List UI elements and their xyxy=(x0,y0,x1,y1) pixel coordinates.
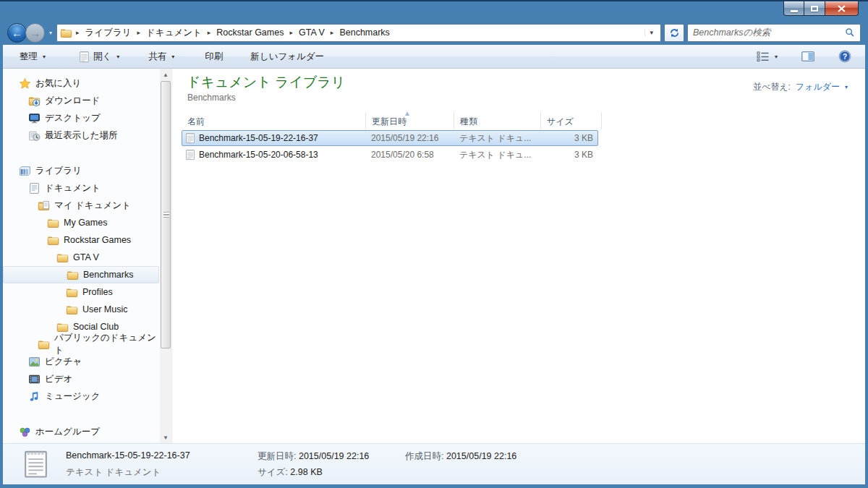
file-list-area: ドキュメント ライブラリ Benchmarks 並べ替え: フォルダー ▾ 名前… xyxy=(172,69,865,443)
file-type: テキスト ドキュ... xyxy=(454,149,540,161)
details-size: サイズ: 2.98 KB xyxy=(258,466,323,479)
caret-down-icon: ▾ xyxy=(775,53,778,60)
sidebar-gap xyxy=(3,144,171,162)
close-icon xyxy=(838,5,846,12)
sidebar-item-homegroup[interactable]: ホームグループ xyxy=(3,423,159,440)
details-file-type: テキスト ドキュメント xyxy=(66,466,161,479)
sidebar-item-downloads[interactable]: ダウンロード xyxy=(3,92,159,109)
breadcrumb-separator-icon: ▸ xyxy=(72,29,83,36)
refresh-button[interactable] xyxy=(664,24,684,42)
my-documents-icon xyxy=(38,200,50,212)
sidebar-scrollbar[interactable]: ▲ ▼ xyxy=(160,69,171,443)
minimize-icon xyxy=(791,10,798,12)
close-button[interactable] xyxy=(825,1,859,16)
sidebar-item-desktop[interactable]: デスクトップ xyxy=(3,109,159,127)
caret-down-icon[interactable]: ▾ xyxy=(845,84,848,90)
open-button[interactable]: 開く ▾ xyxy=(72,48,126,65)
text-file-icon xyxy=(22,448,49,481)
sidebar-item-user-music[interactable]: User Music xyxy=(3,301,159,318)
share-button[interactable]: 共有 ▾ xyxy=(142,48,181,65)
scroll-up-arrow[interactable]: ▲ xyxy=(160,69,171,80)
recent-pages-dropdown[interactable]: ▾ xyxy=(49,30,52,36)
sidebar-item-my-documents[interactable]: マイ ドキュメント xyxy=(3,197,159,214)
sidebar-item-documents[interactable]: ドキュメント xyxy=(3,179,159,197)
breadcrumb-rockstar-games[interactable]: Rockstar Games xyxy=(214,27,286,38)
sidebar-item-profiles[interactable]: Profiles xyxy=(3,283,159,301)
window-frame: 整理 ▾ 開く ▾ 共有 ▾ 印刷 新しいフォルダー ▾ xyxy=(0,45,868,488)
scrollbar-thumb[interactable] xyxy=(161,81,171,348)
libraries-icon xyxy=(19,165,31,177)
sidebar-item-my-games[interactable]: My Games xyxy=(3,214,159,231)
folder-icon xyxy=(56,252,69,264)
column-header-size[interactable]: サイズ xyxy=(541,112,602,129)
scrollbar-grip xyxy=(163,212,169,218)
preview-pane-button[interactable] xyxy=(795,48,821,65)
print-button[interactable]: 印刷 xyxy=(198,48,229,65)
location-folder-icon xyxy=(60,27,72,39)
maximize-icon xyxy=(811,6,818,12)
desktop-icon xyxy=(28,112,41,124)
list-view: 名前 ▲ 更新日時 種類 サイズ Benchmark-15-05-19-22-1… xyxy=(182,112,602,163)
arrange-by: 並べ替え: フォルダー ▾ xyxy=(753,81,848,93)
breadcrumb-separator-icon: ▸ xyxy=(204,29,215,36)
folder-icon xyxy=(67,269,79,281)
column-header-type[interactable]: 種類 xyxy=(454,112,541,129)
refresh-icon xyxy=(669,27,680,38)
main-area: お気に入り ダウンロード デスクトップ 最近表示した場所 ライブラリ xyxy=(3,69,865,443)
change-view-button[interactable]: ▾ xyxy=(750,48,784,65)
column-headers: 名前 ▲ 更新日時 種類 サイズ xyxy=(182,112,602,129)
sidebar-item-favorites[interactable]: お気に入り xyxy=(3,74,159,92)
help-icon xyxy=(838,50,851,63)
column-header-name[interactable]: 名前 xyxy=(182,112,366,129)
maximize-button[interactable] xyxy=(804,1,825,16)
forward-arrow-icon: → xyxy=(30,27,41,39)
sidebar-item-public-documents[interactable]: パブリックのドキュメント xyxy=(3,335,159,353)
sidebar-item-gta-v[interactable]: GTA V xyxy=(3,249,159,266)
sidebar-item-recent-places[interactable]: 最近表示した場所 xyxy=(3,127,159,144)
address-dropdown-icon[interactable]: ▾ xyxy=(644,29,658,36)
toolbar-right: ▾ xyxy=(750,48,865,65)
back-button[interactable]: ← xyxy=(7,23,27,43)
file-type: テキスト ドキュ... xyxy=(454,132,540,145)
sidebar-item-videos[interactable]: ビデオ xyxy=(3,370,159,388)
back-arrow-icon: ← xyxy=(12,27,22,39)
new-folder-button[interactable]: 新しいフォルダー xyxy=(244,48,331,65)
search-icon xyxy=(845,27,855,38)
titlebar xyxy=(0,1,868,22)
sidebar-item-libraries[interactable]: ライブラリ xyxy=(3,162,159,179)
sidebar-item-rockstar-games[interactable]: Rockstar Games xyxy=(3,231,159,249)
organize-button[interactable]: 整理 ▾ xyxy=(13,48,52,65)
music-icon xyxy=(28,390,41,403)
sidebar-item-benchmarks[interactable]: Benchmarks xyxy=(3,266,159,283)
file-row[interactable]: Benchmark-15-05-20-06-58-13 2015/05/20 6… xyxy=(182,147,598,163)
pictures-icon xyxy=(28,356,41,368)
videos-icon xyxy=(28,373,41,385)
scroll-down-arrow[interactable]: ▼ xyxy=(160,432,171,443)
file-name: Benchmark-15-05-19-22-16-37 xyxy=(199,133,318,143)
breadcrumb-documents[interactable]: ドキュメント xyxy=(144,26,204,40)
file-row[interactable]: Benchmark-15-05-19-22-16-37 2015/05/19 2… xyxy=(182,130,598,146)
sidebar-item-music[interactable]: ミュージック xyxy=(3,388,159,405)
breadcrumb-gta-v[interactable]: GTA V xyxy=(297,27,327,38)
views-icon xyxy=(757,51,770,61)
breadcrumb-benchmarks[interactable]: Benchmarks xyxy=(337,27,391,38)
search-box[interactable] xyxy=(687,24,861,42)
help-button[interactable] xyxy=(832,48,858,65)
recent-places-icon xyxy=(28,129,41,142)
column-header-date[interactable]: ▲ 更新日時 xyxy=(366,112,454,129)
preview-pane-icon xyxy=(801,51,814,61)
file-name: Benchmark-15-05-20-06-58-13 xyxy=(199,150,318,160)
navigation-bar: ← → ▾ ▸ ライブラリ ▸ ドキュメント ▸ Rockstar Games … xyxy=(0,22,868,46)
search-input[interactable] xyxy=(693,27,845,38)
folder-icon xyxy=(56,321,69,333)
minimize-button[interactable] xyxy=(783,1,804,16)
arrange-by-value[interactable]: フォルダー xyxy=(796,81,840,93)
address-bar[interactable]: ▸ ライブラリ ▸ ドキュメント ▸ Rockstar Games ▸ GTA … xyxy=(56,24,661,42)
folder-icon xyxy=(47,217,59,229)
documents-library-icon xyxy=(28,182,41,194)
breadcrumb-libraries[interactable]: ライブラリ xyxy=(83,26,134,40)
notepad-icon xyxy=(79,51,90,63)
forward-button[interactable]: → xyxy=(25,23,45,43)
file-size: 3 KB xyxy=(540,150,593,160)
folder-icon xyxy=(66,286,78,299)
